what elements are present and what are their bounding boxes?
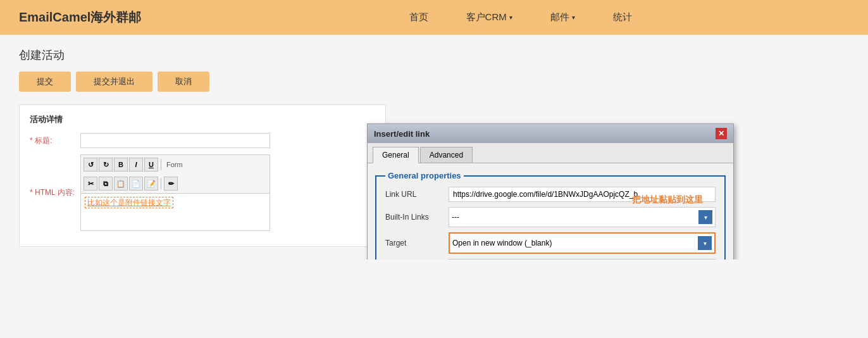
built-in-links-select[interactable]: --- ▾: [449, 207, 716, 227]
link-url-label: Link URL: [385, 190, 449, 199]
cut-button[interactable]: ✂: [84, 177, 97, 191]
redo-button[interactable]: ↻: [99, 158, 113, 172]
insert-edit-link-dialog: Insert/edit link ✕ General Advanced Gene…: [367, 123, 734, 260]
built-in-links-row: Built-In Links --- ▾: [385, 207, 716, 227]
logo: EmailCamel海外群邮: [19, 9, 141, 26]
dialog-tabs: General Advanced: [368, 143, 733, 163]
built-in-links-label: Built-In Links: [385, 213, 449, 222]
title-input[interactable]: [80, 133, 270, 148]
nav-mail[interactable]: 邮件 ▾: [550, 11, 575, 23]
target-select[interactable]: Open in new window (_blank) ▾: [449, 232, 716, 254]
nav-home[interactable]: 首页: [409, 11, 428, 23]
paste-word-button[interactable]: 📝: [144, 177, 158, 191]
target-label: Target: [385, 239, 449, 247]
fieldset-legend: General properties: [385, 171, 464, 180]
undo-button[interactable]: ↺: [84, 158, 97, 172]
action-buttons: 提交 提交并退出 取消: [19, 72, 849, 92]
hint-text: 把地址黏贴到这里: [632, 194, 703, 206]
editor-container: ↺ ↻ B I U Form ✂ ⧉ 📋 📄 📝 ✏: [80, 154, 270, 231]
paste-button[interactable]: 📋: [114, 177, 128, 191]
link-text[interactable]: 比如这个是附件链接文字: [85, 197, 173, 208]
cancel-button[interactable]: 取消: [158, 72, 209, 92]
editor-toolbar-2: ✂ ⧉ 📋 📄 📝 ✏: [80, 174, 270, 193]
submit-exit-button[interactable]: 提交并退出: [76, 72, 152, 92]
chevron-down-icon: ▾: [572, 14, 575, 21]
copy-button[interactable]: ⧉: [99, 177, 113, 191]
html-label: * HTML 内容:: [30, 187, 80, 198]
eraser-button[interactable]: ✏: [164, 177, 178, 191]
form-section: 活动详情 * 标题: * HTML 内容: ↺ ↻ B I U Form ✂: [19, 104, 386, 247]
bold-button[interactable]: B: [114, 158, 128, 172]
title-field-row: Title: [385, 259, 716, 260]
html-content-row: * HTML 内容: ↺ ↻ B I U Form ✂ ⧉ 📋 📄 📝: [30, 154, 375, 231]
title-label: * 标题:: [30, 135, 80, 146]
tab-advanced[interactable]: Advanced: [420, 147, 473, 163]
header: EmailCamel海外群邮 首页 客户CRM ▾ 邮件 ▾ 统计: [0, 0, 868, 35]
dialog-close-button[interactable]: ✕: [716, 128, 727, 139]
select-arrow-icon: ▾: [698, 210, 712, 224]
nav-crm[interactable]: 客户CRM ▾: [466, 11, 512, 23]
submit-button[interactable]: 提交: [19, 72, 71, 92]
title-row: * 标题:: [30, 133, 375, 148]
toolbar-separator: [161, 159, 161, 170]
chevron-down-icon: ▾: [509, 14, 512, 21]
italic-button[interactable]: I: [129, 158, 143, 172]
select-arrow-icon: ▾: [698, 236, 712, 250]
nav-stats[interactable]: 统计: [613, 11, 632, 23]
paste-text-button[interactable]: 📄: [129, 177, 143, 191]
page-title: 创建活动: [19, 47, 849, 63]
general-properties-fieldset: General properties 把地址黏贴到这里 Link URL Bui…: [375, 171, 726, 260]
toolbar-separator-2: [161, 178, 161, 189]
dialog-titlebar: Insert/edit link ✕: [368, 124, 733, 143]
editor-toolbar: ↺ ↻ B I U Form: [80, 154, 270, 174]
dialog-overlay: Insert/edit link ✕ General Advanced Gene…: [367, 123, 734, 260]
fieldset-content: 把地址黏贴到这里 Link URL Built-In Links --- ▾: [385, 187, 716, 260]
dialog-title: Insert/edit link: [374, 129, 430, 139]
dialog-body: General properties 把地址黏贴到这里 Link URL Bui…: [368, 163, 733, 260]
section-title: 活动详情: [30, 114, 375, 125]
target-row: Target Open in new window (_blank) ▾: [385, 232, 716, 254]
format-label: Form: [166, 161, 183, 168]
editor-area[interactable]: 比如这个是附件链接文字: [80, 193, 270, 231]
nav-bar: 首页 客户CRM ▾ 邮件 ▾ 统计: [192, 11, 849, 23]
tab-general[interactable]: General: [373, 147, 419, 163]
page-content: 创建活动 提交 提交并退出 取消 活动详情 * 标题: * HTML 内容: ↺…: [0, 35, 868, 260]
title-field-input[interactable]: [449, 259, 716, 260]
underline-button[interactable]: U: [144, 158, 158, 172]
